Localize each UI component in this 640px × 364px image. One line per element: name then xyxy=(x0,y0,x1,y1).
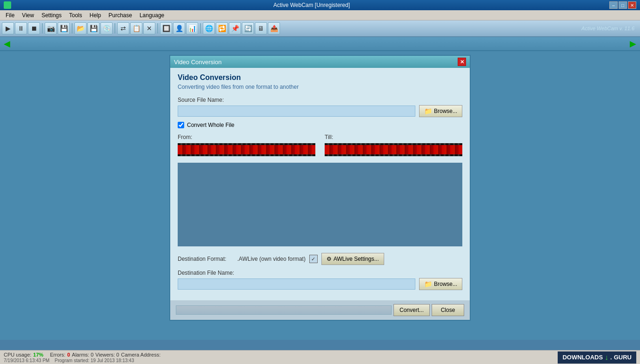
toolbar-sep-1 xyxy=(42,23,43,33)
toolbar-btn-13[interactable]: 📊 xyxy=(186,22,198,34)
toolbar-btn-3[interactable]: 📷 xyxy=(45,22,57,34)
datetime: 7/19/2013 6:13:43 PM xyxy=(4,358,49,363)
toolbar-btn-2[interactable]: ⏹ xyxy=(28,22,40,34)
source-file-label: Source File Name: xyxy=(178,97,462,103)
awlive-settings-button[interactable]: ⚙ AWLive Settings... xyxy=(321,253,384,265)
toolbar-btn-10[interactable]: ✕ xyxy=(143,22,155,34)
till-film-strip[interactable] xyxy=(325,143,462,156)
camera-label: Camera Address: xyxy=(121,352,160,357)
toolbar-btn-1[interactable]: ⏸ xyxy=(15,22,27,34)
dialog-title-bar-text: Video Conversion xyxy=(174,59,221,66)
status-left: CPU usage: 17% Errors: 0 Alarms: 0 Viewe… xyxy=(4,352,160,363)
maximize-button[interactable]: □ xyxy=(619,1,627,9)
convert-whole-file-checkbox[interactable] xyxy=(178,122,184,128)
film-perfs-bottom-till xyxy=(325,154,462,156)
dest-format-label: Destination Format: xyxy=(178,256,233,262)
toolbar-btn-5[interactable]: 📂 xyxy=(74,22,87,34)
menu-help[interactable]: Help xyxy=(86,11,105,20)
from-film-strip[interactable] xyxy=(178,143,315,156)
convert-button[interactable]: Convert... xyxy=(393,304,430,316)
dialog-subtitle: Converting video files from one format t… xyxy=(178,84,462,90)
folder-icon-dest: 📁 xyxy=(424,280,432,288)
dest-file-label: Destination File Name: xyxy=(178,270,462,276)
nav-left-arrow[interactable]: ◀ xyxy=(2,39,12,49)
dest-format-checkbox[interactable]: ✓ xyxy=(309,255,318,263)
cpu-label: CPU usage: xyxy=(4,352,31,357)
menu-settings[interactable]: Settings xyxy=(38,11,65,20)
downloads-arrow-icon: ↓ xyxy=(605,353,608,362)
toolbar-btn-0[interactable]: ▶ xyxy=(2,22,14,34)
toolbar-btn-18[interactable]: 🖥 xyxy=(255,22,267,34)
dialog-preview-area xyxy=(178,163,462,246)
title-bar: Active WebCam [Unregistered] – □ ✕ xyxy=(0,0,640,10)
till-block: Till: xyxy=(325,134,462,156)
viewers-label: Viewers: 0 xyxy=(95,352,119,357)
toolbar-btn-7[interactable]: 💿 xyxy=(100,22,113,34)
menu-bar: File View Settings Tools Help Purchase L… xyxy=(0,10,640,20)
source-browse-button[interactable]: 📁 Browse... xyxy=(419,105,462,117)
toolbar-btn-16[interactable]: 📌 xyxy=(229,22,241,34)
dest-format-value: .AWLive (own video format) xyxy=(237,256,306,262)
downloads-text: DOWNLOADS xyxy=(562,354,603,361)
toolbar-sep-5 xyxy=(200,23,201,33)
toolbar-btn-15[interactable]: 🔁 xyxy=(216,22,228,34)
window-title: Active WebCam [Unregistered] xyxy=(14,2,609,8)
errors-value: 0 xyxy=(67,352,70,357)
toolbar-btn-14[interactable]: 🌐 xyxy=(203,22,215,34)
toolbar-btn-8[interactable]: ⇄ xyxy=(117,22,129,34)
toolbar-btn-19[interactable]: 📤 xyxy=(268,22,280,34)
dialog-close-button[interactable]: ✕ xyxy=(458,58,466,66)
downloads-badge: DOWNLOADS ↓ . GURU xyxy=(558,351,636,364)
errors-text: Errors: xyxy=(50,352,65,357)
version-label: Active WebCam v. 11.6 xyxy=(581,26,638,31)
dest-file-input[interactable] xyxy=(178,278,415,290)
toolbar-btn-6[interactable]: 💾 xyxy=(87,22,100,34)
till-label: Till: xyxy=(325,134,462,140)
film-main-bar-till xyxy=(325,145,462,154)
dest-browse-button[interactable]: 📁 Browse... xyxy=(419,278,462,290)
dialog-footer: Convert... Close xyxy=(170,300,470,320)
window-close-button[interactable]: ✕ xyxy=(628,1,636,9)
menu-language[interactable]: Language xyxy=(136,11,168,20)
dialog-content: Video Conversion Converting video files … xyxy=(170,68,470,300)
downloads-dot: . xyxy=(610,354,612,361)
from-till-row: From: Till: xyxy=(178,134,462,156)
dest-format-row: Destination Format: .AWLive (own video f… xyxy=(178,253,462,265)
toolbar-sep-3 xyxy=(114,23,115,33)
minimize-button[interactable]: – xyxy=(609,1,618,9)
source-file-input[interactable] xyxy=(178,106,415,117)
cpu-value: 17% xyxy=(33,352,43,357)
toolbar: ▶ ⏸ ⏹ 📷 💾 📂 💾 💿 ⇄ 📋 ✕ 🔲 👤 📊 🌐 🔁 📌 🔄 🖥 📤 … xyxy=(0,20,640,37)
nav-right-arrow[interactable]: ▶ xyxy=(628,39,638,49)
toolbar-btn-9[interactable]: 📋 xyxy=(130,22,142,34)
film-perfs-bottom-from xyxy=(178,154,315,156)
folder-icon: 📁 xyxy=(424,107,432,115)
main-area: Video Conversion ✕ Video Conversion Conv… xyxy=(0,51,640,340)
dialog-heading: Video Conversion xyxy=(178,73,462,82)
toolbar-btn-12[interactable]: 👤 xyxy=(173,22,185,34)
status-line1: CPU usage: 17% Errors: 0 Alarms: 0 Viewe… xyxy=(4,352,160,357)
video-conversion-dialog: Video Conversion ✕ Video Conversion Conv… xyxy=(169,55,471,321)
menu-file[interactable]: File xyxy=(2,11,18,20)
from-label: From: xyxy=(178,134,315,140)
window-controls: – □ ✕ xyxy=(609,1,636,9)
program-started: Program started: 19 Jul 2013 18:13:43 xyxy=(55,358,134,363)
close-dialog-button[interactable]: Close xyxy=(432,304,464,316)
gear-icon: ⚙ xyxy=(327,256,332,262)
from-block: From: xyxy=(178,134,315,156)
status-line2: 7/19/2013 6:13:43 PM Program started: 19… xyxy=(4,358,160,363)
status-bar: CPU usage: 17% Errors: 0 Alarms: 0 Viewe… xyxy=(0,350,640,364)
toolbar-btn-11[interactable]: 🔲 xyxy=(160,22,172,34)
downloads-guru: GURU xyxy=(614,354,632,361)
alarms-label: Alarms: 0 xyxy=(72,352,93,357)
toolbar-btn-4[interactable]: 💾 xyxy=(58,22,70,34)
convert-whole-file-label: Convert Whole File xyxy=(187,122,234,128)
convert-whole-file-row: Convert Whole File xyxy=(178,122,462,128)
menu-view[interactable]: View xyxy=(18,11,38,20)
menu-purchase[interactable]: Purchase xyxy=(105,11,136,20)
menu-tools[interactable]: Tools xyxy=(66,11,86,20)
toolbar-btn-17[interactable]: 🔄 xyxy=(242,22,254,34)
dialog-title-bar: Video Conversion ✕ xyxy=(170,56,470,68)
progress-bar xyxy=(176,305,392,315)
source-file-row: 📁 Browse... xyxy=(178,105,462,117)
